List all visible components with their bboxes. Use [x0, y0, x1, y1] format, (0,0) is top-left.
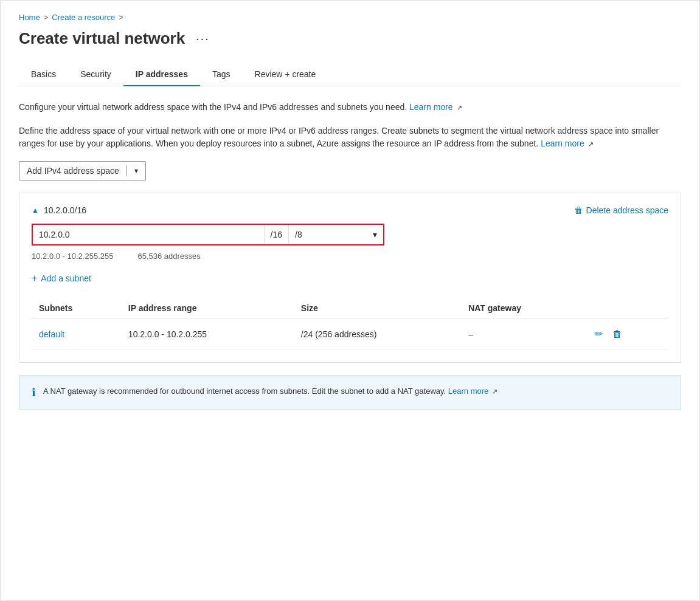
subnets-table-body: default 10.2.0.0 - 10.2.0.255 /24 (256 a…	[32, 318, 668, 350]
breadcrumb-home[interactable]: Home	[19, 13, 40, 22]
button-divider	[126, 165, 127, 176]
breadcrumb-create-resource[interactable]: Create a resource	[52, 13, 115, 22]
cidr-select[interactable]: /8 /12 /16" selected>/16 /20 /24	[289, 225, 383, 244]
cidr-dropdown-wrapper: /8 /12 /16" selected>/16 /20 /24 ▾	[289, 225, 383, 244]
delete-address-label: Delete address space	[586, 205, 668, 215]
page-container: Home > Create a resource > Create virtua…	[0, 0, 700, 601]
learn-more-link-2[interactable]: Learn more	[541, 139, 584, 148]
page-title-row: Create virtual network ···	[19, 29, 681, 48]
subnet-name-cell[interactable]: default	[32, 318, 121, 350]
breadcrumb-sep2: >	[119, 13, 123, 22]
cidr-select-container: /16 /8 /12 /16" selected>/16 /20 /24 ▾	[264, 225, 383, 244]
delete-address-space-button[interactable]: 🗑 Delete address space	[574, 205, 668, 215]
info-icon: ℹ	[32, 386, 36, 399]
col-header-size: Size	[294, 298, 461, 318]
subnet-nat-gateway-cell: –	[461, 318, 586, 350]
cidr-prefix-label: /16	[265, 225, 289, 244]
edit-subnet-button[interactable]: ✏	[594, 327, 604, 341]
info-banner: ℹ A NAT gateway is recommended for outbo…	[19, 375, 681, 410]
address-cidr-label: 10.2.0.0/16	[44, 205, 86, 215]
tabs-nav: Basics Security IP addresses Tags Review…	[19, 63, 681, 86]
info-learn-more-link[interactable]: Learn more	[448, 386, 488, 396]
learn-more-link-1[interactable]: Learn more	[409, 102, 453, 112]
address-range-info: 10.2.0.0 - 10.2.255.255 65,536 addresses	[32, 252, 668, 261]
ellipsis-button[interactable]: ···	[192, 30, 213, 47]
external-link-icon-3: ↗	[492, 386, 497, 397]
add-address-label: Add IPv4 address space	[27, 166, 119, 176]
add-subnet-button[interactable]: + Add a subnet	[32, 273, 91, 284]
plus-icon: +	[32, 273, 37, 284]
subnets-table-header: Subnets IP address range Size NAT gatewa…	[32, 298, 668, 318]
action-icons: ✏ 🗑	[594, 327, 661, 341]
external-link-icon-1: ↗	[457, 103, 462, 113]
breadcrumb: Home > Create a resource >	[19, 13, 681, 22]
chevron-up-icon: ▲	[32, 206, 39, 215]
table-row: default 10.2.0.0 - 10.2.0.255 /24 (256 a…	[32, 318, 668, 350]
info-banner-text: A NAT gateway is recommended for outboun…	[43, 385, 497, 397]
tab-review-create[interactable]: Review + create	[243, 63, 328, 86]
col-header-nat-gateway: NAT gateway	[461, 298, 586, 318]
address-block: ▲ 10.2.0.0/16 🗑 Delete address space /16…	[19, 193, 681, 363]
ip-range-text: 10.2.0.0 - 10.2.255.255	[32, 252, 113, 261]
add-subnet-label: Add a subnet	[41, 273, 91, 283]
subnets-table: Subnets IP address range Size NAT gatewa…	[32, 298, 668, 350]
address-block-header: ▲ 10.2.0.0/16 🗑 Delete address space	[32, 205, 668, 215]
addresses-count-text: 65,536 addresses	[137, 252, 200, 261]
tab-basics[interactable]: Basics	[19, 63, 68, 86]
subnet-ip-range-cell: 10.2.0.0 - 10.2.0.255	[121, 318, 294, 350]
col-header-subnets: Subnets	[32, 298, 121, 318]
col-header-actions	[586, 298, 668, 318]
description-2: Define the address space of your virtual…	[19, 125, 681, 150]
description-1: Configure your virtual network address s…	[19, 101, 681, 114]
subnet-actions-cell: ✏ 🗑	[586, 318, 668, 350]
tab-tags[interactable]: Tags	[200, 63, 243, 86]
tab-ip-addresses[interactable]: IP addresses	[123, 63, 200, 86]
page-title: Create virtual network	[19, 29, 185, 48]
add-ipv4-address-space-button[interactable]: Add IPv4 address space ▾	[19, 161, 146, 180]
col-header-ip-range: IP address range	[121, 298, 294, 318]
external-link-icon-2: ↗	[588, 139, 594, 149]
chevron-down-icon: ▾	[134, 167, 138, 175]
ip-input-row: /16 /8 /12 /16" selected>/16 /20 /24 ▾	[32, 224, 384, 246]
delete-subnet-button[interactable]: 🗑	[611, 328, 623, 341]
ip-address-input[interactable]	[33, 225, 264, 244]
trash-icon: 🗑	[574, 205, 583, 215]
tab-security[interactable]: Security	[68, 63, 123, 86]
breadcrumb-sep1: >	[44, 13, 49, 22]
address-block-title: ▲ 10.2.0.0/16	[32, 205, 86, 215]
subnet-size-cell: /24 (256 addresses)	[294, 318, 461, 350]
